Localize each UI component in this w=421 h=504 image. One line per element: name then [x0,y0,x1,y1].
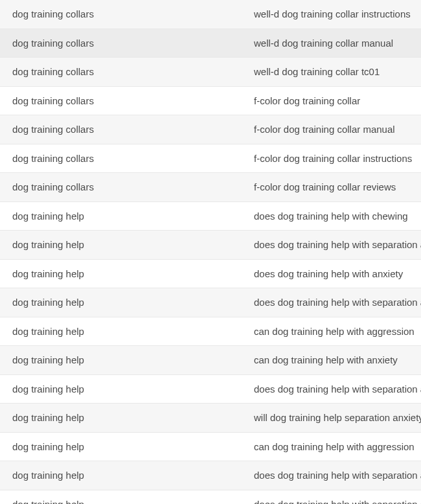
table-row[interactable]: dog training helpdoes dog training help … [0,461,421,490]
query-cell: can dog training help with aggression [229,326,421,337]
table-row[interactable]: dog training helpdoes dog training help … [0,260,421,289]
query-cell: well-d dog training collar tc01 [229,66,421,77]
table-row[interactable]: dog training collarsf-color dog training… [0,115,421,144]
table-row[interactable]: dog training helpcan dog training help w… [0,317,421,347]
table-row[interactable]: dog training collarsf-color dog training… [0,173,421,202]
category-cell: dog training collars [0,8,229,19]
query-cell: does dog training help with separation a [229,499,421,504]
category-cell: dog training help [0,412,229,423]
category-cell: dog training collars [0,38,229,49]
category-cell: dog training help [0,441,229,452]
query-cell: does dog training help with separation a [229,239,421,250]
query-cell: does dog training help with separation a [229,297,421,308]
category-cell: dog training help [0,470,229,481]
category-cell: dog training help [0,211,229,222]
category-cell: dog training collars [0,124,229,135]
query-cell: can dog training help with aggression [229,441,421,452]
table-row[interactable]: dog training helpdoes dog training help … [0,375,421,404]
table-row[interactable]: dog training helpdoes dog training help … [0,202,421,231]
query-cell: can dog training help with anxiety [229,354,421,365]
query-cell: f-color dog training collar [229,95,421,106]
table-row[interactable]: dog training collarsf-color dog training… [0,144,421,174]
table-row[interactable]: dog training helpcan dog training help w… [0,346,421,375]
category-cell: dog training help [0,326,229,337]
query-cell: f-color dog training collar reviews [229,181,421,192]
table-row[interactable]: dog training collarswell-d dog training … [0,58,421,87]
query-cell: f-color dog training collar manual [229,124,421,135]
query-cell: well-d dog training collar manual [229,38,421,49]
category-cell: dog training collars [0,95,229,106]
table-row[interactable]: dog training helpdoes dog training help … [0,288,421,317]
query-cell: does dog training help with anxiety [229,268,421,279]
table-row[interactable]: dog training helpdoes dog training help … [0,490,421,505]
category-cell: dog training collars [0,66,229,77]
category-cell: dog training help [0,297,229,308]
category-cell: dog training help [0,499,229,504]
query-cell: does dog training help with chewing [229,211,421,222]
table-row[interactable]: dog training collarswell-d dog training … [0,0,421,29]
table-row[interactable]: dog training helpcan dog training help w… [0,433,421,462]
query-cell: does dog training help with separation a [229,470,421,481]
table-row[interactable]: dog training helpdoes dog training help … [0,231,421,260]
category-cell: dog training help [0,384,229,395]
category-cell: dog training help [0,268,229,279]
query-cell: f-color dog training collar instructions [229,153,421,164]
keyword-table: dog training collarswell-d dog training … [0,0,421,504]
table-row[interactable]: dog training collarswell-d dog training … [0,29,421,58]
category-cell: dog training collars [0,181,229,192]
table-row[interactable]: dog training collarsf-color dog training… [0,87,421,116]
category-cell: dog training collars [0,153,229,164]
query-cell: does dog training help with separation a [229,384,421,395]
query-cell: will dog training help separation anxiet… [229,412,421,423]
category-cell: dog training help [0,239,229,250]
category-cell: dog training help [0,354,229,365]
table-row[interactable]: dog training helpwill dog training help … [0,404,421,433]
query-cell: well-d dog training collar instructions [229,8,421,19]
